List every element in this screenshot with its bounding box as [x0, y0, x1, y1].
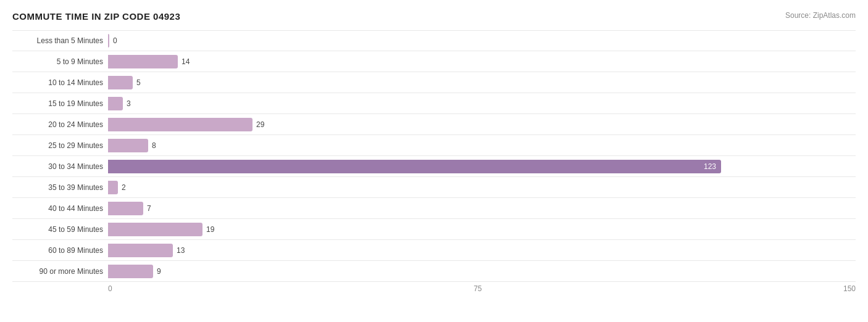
x-axis: 075150: [108, 284, 856, 293]
bar-fill: [108, 265, 153, 278]
bar-label: 30 to 34 Minutes: [12, 162, 108, 171]
x-axis-label: 75: [474, 284, 482, 293]
bar-row: 5 to 9 Minutes14: [12, 51, 856, 72]
bar-value: 7: [147, 204, 151, 213]
bar-row: 15 to 19 Minutes3: [12, 93, 856, 114]
bar-row: 10 to 14 Minutes5: [12, 72, 856, 93]
bar-label: 5 to 9 Minutes: [12, 57, 108, 66]
bar-fill: [108, 76, 133, 89]
bar-track: 3: [108, 93, 856, 114]
bar-row: 90 or more Minutes9: [12, 261, 856, 282]
bar-value: 8: [152, 141, 156, 150]
bar-label: 25 to 29 Minutes: [12, 141, 108, 150]
bar-row: Less than 5 Minutes0: [12, 30, 856, 51]
bar-label: Less than 5 Minutes: [12, 36, 108, 45]
bar-fill: [108, 181, 118, 194]
bar-label: 60 to 89 Minutes: [12, 246, 108, 255]
bar-value: 5: [136, 78, 141, 87]
chart-header: COMMUTE TIME IN ZIP CODE 04923 Source: Z…: [12, 11, 856, 22]
chart-source: Source: ZipAtlas.com: [785, 11, 856, 20]
bar-track: 8: [108, 135, 856, 155]
bar-track: 7: [108, 198, 856, 218]
bar-fill: 123: [108, 160, 721, 173]
bar-row: 60 to 89 Minutes13: [12, 240, 856, 261]
bar-value: 29: [256, 120, 264, 129]
bar-track: 13: [108, 240, 856, 260]
bar-fill: [108, 202, 143, 215]
bar-row: 40 to 44 Minutes7: [12, 198, 856, 219]
bar-row: 30 to 34 Minutes123: [12, 156, 856, 177]
bar-track: 19: [108, 219, 856, 239]
bar-row: 35 to 39 Minutes2: [12, 177, 856, 198]
bars-wrapper: Less than 5 Minutes05 to 9 Minutes1410 t…: [12, 30, 856, 282]
bar-fill: [108, 97, 123, 110]
bar-label: 45 to 59 Minutes: [12, 225, 108, 234]
bar-track: 14: [108, 51, 856, 72]
bar-fill: [108, 223, 202, 236]
bar-label: 40 to 44 Minutes: [12, 204, 108, 213]
bar-value: 9: [157, 267, 161, 276]
bar-fill: [108, 139, 148, 152]
bar-label: 35 to 39 Minutes: [12, 183, 108, 192]
x-axis-label: 150: [843, 284, 856, 293]
x-axis-labels: 075150: [108, 284, 856, 293]
bar-track: 5: [108, 72, 856, 93]
bar-track: 2: [108, 177, 856, 197]
bar-label: 15 to 19 Minutes: [12, 99, 108, 108]
bar-row: 20 to 24 Minutes29: [12, 114, 856, 135]
bar-value: 14: [182, 57, 190, 66]
bar-track: 0: [108, 31, 856, 51]
bar-track: 9: [108, 261, 856, 281]
bar-value: 19: [206, 225, 214, 234]
bar-value: 2: [122, 183, 126, 192]
x-axis-label: 0: [108, 284, 112, 293]
bar-value: 3: [127, 99, 131, 108]
bar-label: 90 or more Minutes: [12, 267, 108, 276]
bar-fill: [108, 55, 178, 68]
bar-track: 123: [108, 156, 856, 176]
chart-title: COMMUTE TIME IN ZIP CODE 04923: [12, 11, 180, 22]
bar-value: 123: [704, 162, 716, 171]
bar-fill: [108, 118, 252, 131]
bar-fill: [108, 244, 173, 257]
bar-label: 20 to 24 Minutes: [12, 120, 108, 129]
bar-track: 29: [108, 114, 856, 134]
bar-row: 25 to 29 Minutes8: [12, 135, 856, 156]
bar-fill: [108, 34, 109, 47]
bar-value: 0: [113, 36, 117, 45]
bar-value: 13: [177, 246, 185, 255]
bar-label: 10 to 14 Minutes: [12, 78, 108, 87]
chart-container: COMMUTE TIME IN ZIP CODE 04923 Source: Z…: [0, 0, 868, 322]
bar-row: 45 to 59 Minutes19: [12, 219, 856, 240]
